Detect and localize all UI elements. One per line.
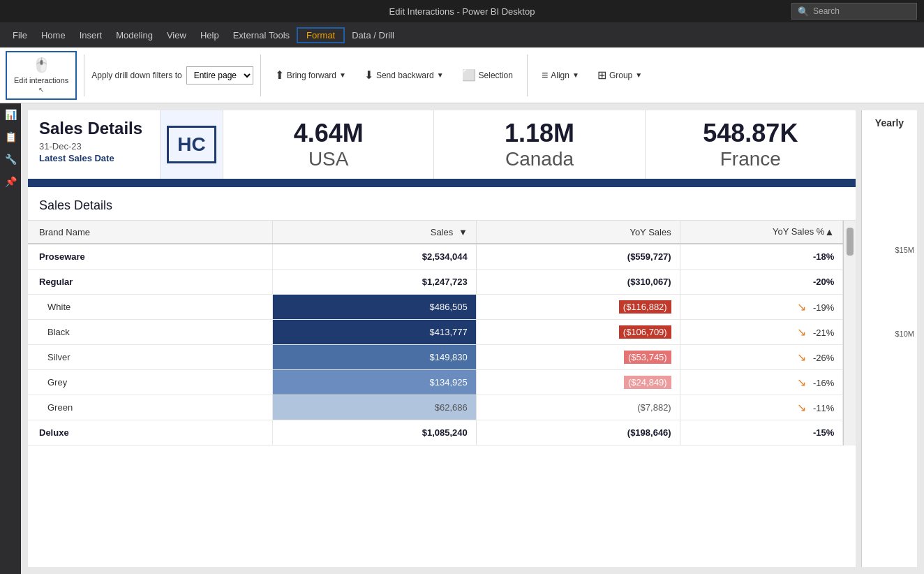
align-button[interactable]: ≡ Align ▼	[535, 64, 586, 87]
kpi-value-canada: 1.18M	[505, 119, 574, 148]
chart-label-10m: $10M	[895, 330, 914, 338]
yoy-cell-light-red: ($24,849)	[476, 370, 680, 395]
cursor-indicator: ↖	[38, 86, 44, 94]
menu-item-home[interactable]: Home	[34, 27, 73, 43]
align-chevron: ▼	[572, 71, 579, 79]
bring-forward-chevron: ▼	[339, 71, 346, 79]
bring-forward-button[interactable]: ⬆ Bring forward ▼	[268, 64, 353, 87]
scroll-up-icon[interactable]: ▲	[824, 226, 834, 237]
menu-item-data-drill[interactable]: Data / Drill	[345, 27, 401, 43]
sales-cell: $1,085,240	[272, 420, 476, 446]
sidebar-icon-pin[interactable]: 📌	[5, 176, 17, 187]
table-section-title: Sales Details	[28, 191, 856, 221]
col-sales[interactable]: Sales ▼	[272, 221, 476, 244]
col-brand-name: Brand Name	[28, 221, 272, 244]
table-scrollbar[interactable]	[843, 221, 856, 446]
yearly-chart: $15M $10M	[865, 134, 914, 413]
bring-forward-label: Bring forward	[287, 71, 336, 80]
sales-cell-bar: $413,777	[272, 320, 476, 345]
edit-interactions-button[interactable]: 🖱️ Edit interactions ↖	[6, 51, 77, 100]
menu-item-external-tools[interactable]: External Tools	[226, 27, 297, 43]
sales-cell: $1,247,723	[272, 270, 476, 295]
yoy-cell-red: ($106,709)	[476, 320, 680, 345]
sidebar-icon-report[interactable]: 📊	[5, 109, 17, 120]
yoy-cell-normal: ($7,882)	[476, 395, 680, 420]
yoy-pct-cell: -18%	[680, 244, 843, 270]
arrow-icon: ↘	[797, 326, 806, 338]
sales-cell-bar-lighter: $62,686	[272, 395, 476, 420]
send-backward-chevron: ▼	[437, 71, 444, 79]
table-row: Black $413,777 ($106,709) ↘ -21%	[28, 320, 843, 345]
yoy-cell: ($310,067)	[476, 270, 680, 295]
chart-label-15m: $15M	[895, 246, 914, 254]
arrow-icon: ↘	[797, 376, 806, 388]
ribbon-divider-2	[260, 54, 261, 96]
scroll-thumb[interactable]	[847, 228, 854, 256]
menu-item-modeling[interactable]: Modeling	[109, 27, 160, 43]
yearly-panel-title: Yearly	[865, 117, 914, 128]
group-label: Group	[609, 71, 632, 80]
kpi-info: Sales Details 31-Dec-23 Latest Sales Dat…	[28, 110, 161, 179]
kpi-metric-usa: 4.64M USA	[223, 110, 434, 179]
brand-name-cell: Regular	[28, 270, 272, 295]
send-backward-button[interactable]: ⬇ Send backward ▼	[357, 64, 451, 87]
arrow-icon: ↘	[797, 351, 806, 363]
search-label: Search	[813, 6, 840, 16]
yoy-pct-cell: ↘ -16%	[680, 370, 843, 395]
menu-item-file[interactable]: File	[6, 27, 34, 43]
table-row: Deluxe $1,085,240 ($198,646) -15%	[28, 420, 843, 446]
col-yoy-sales: YoY Sales	[476, 221, 680, 244]
menu-item-insert[interactable]: Insert	[73, 27, 110, 43]
menu-item-help[interactable]: Help	[193, 27, 226, 43]
left-sidebar: 📊 📋 🔧 📌	[0, 103, 21, 574]
table-row: Regular $1,247,723 ($310,067) -20%	[28, 270, 843, 295]
table-row: White $486,505 ($116,882) ↘ -19%	[28, 295, 843, 320]
kpi-date: 31-Dec-23	[39, 141, 149, 152]
brand-name-cell: Black	[28, 320, 272, 345]
ribbon-divider-3	[527, 54, 528, 96]
brand-name-cell: Proseware	[28, 244, 272, 270]
selection-label: Selection	[479, 71, 513, 80]
send-backward-label: Send backward	[376, 71, 434, 80]
kpi-value-usa: 4.64M	[294, 119, 364, 148]
filter-select[interactable]: Entire page	[186, 66, 253, 84]
report-canvas: Sales Details 31-Dec-23 Latest Sales Dat…	[21, 103, 924, 574]
main-report: Sales Details 31-Dec-23 Latest Sales Dat…	[28, 110, 856, 567]
selection-button[interactable]: ⬜ Selection	[455, 64, 520, 87]
sales-cell-bar-light: $134,925	[272, 370, 476, 395]
arrow-icon: ↘	[797, 301, 806, 313]
menu-item-view[interactable]: View	[160, 27, 193, 43]
menu-item-format[interactable]: Format	[297, 27, 345, 43]
brand-name-cell: Green	[28, 395, 272, 420]
separator-bar	[28, 182, 856, 187]
group-chevron: ▼	[635, 71, 642, 79]
sidebar-icon-data[interactable]: 📋	[5, 131, 17, 142]
sales-cell: $2,534,044	[272, 244, 476, 270]
sidebar-icon-model[interactable]: 🔧	[5, 154, 17, 165]
table-row: Proseware $2,534,044 ($559,727) -18%	[28, 244, 843, 270]
sort-indicator: ▼	[459, 227, 468, 237]
table-row: Silver $149,830 ($53,745) ↘ -26%	[28, 345, 843, 370]
yoy-cell-light-red: ($53,745)	[476, 345, 680, 370]
sales-cell-bar-light: $149,830	[272, 345, 476, 370]
filter-section: Apply drill down filters to Entire page	[91, 66, 253, 84]
yoy-pct-cell: -15%	[680, 420, 843, 446]
bring-forward-icon: ⬆	[275, 68, 284, 82]
search-icon: 🔍	[798, 6, 809, 17]
arrow-icon: ↘	[797, 402, 806, 413]
filter-label: Apply drill down filters to	[91, 71, 181, 80]
group-button[interactable]: ⊞ Group ▼	[590, 64, 649, 87]
selection-icon: ⬜	[462, 68, 476, 82]
col-yoy-pct: ▲ YoY Sales %	[680, 221, 843, 244]
group-icon: ⊞	[597, 68, 606, 82]
brand-name-cell: Deluxe	[28, 420, 272, 446]
kpi-logo: HC	[161, 110, 223, 179]
kpi-label-canada: Canada	[505, 148, 574, 170]
yearly-panel: Yearly $15M $10M	[861, 110, 917, 567]
yoy-pct-cell: ↘ -11%	[680, 395, 843, 420]
kpi-latest-label: Latest Sales Date	[39, 153, 149, 163]
ribbon-divider-1	[84, 54, 84, 96]
yoy-pct-cell: -20%	[680, 270, 843, 295]
yoy-cell: ($559,727)	[476, 244, 680, 270]
yoy-cell-red: ($116,882)	[476, 295, 680, 320]
